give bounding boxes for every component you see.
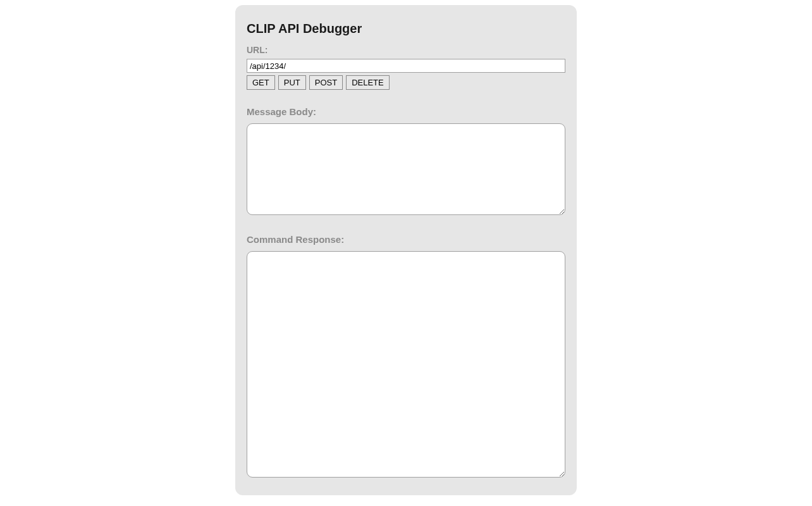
page-title: CLIP API Debugger xyxy=(247,22,565,36)
debugger-panel: CLIP API Debugger URL: GET PUT POST DELE… xyxy=(235,5,577,495)
post-button[interactable]: POST xyxy=(309,75,343,90)
method-button-row: GET PUT POST DELETE xyxy=(247,75,565,90)
url-input[interactable] xyxy=(247,59,565,73)
message-body-label: Message Body: xyxy=(247,106,565,117)
put-button[interactable]: PUT xyxy=(278,75,306,90)
get-button[interactable]: GET xyxy=(247,75,275,90)
url-label: URL: xyxy=(247,45,565,55)
delete-button[interactable]: DELETE xyxy=(346,75,390,90)
command-response-label: Command Response: xyxy=(247,234,565,245)
command-response-textarea[interactable] xyxy=(247,251,565,478)
message-body-textarea[interactable] xyxy=(247,123,565,215)
